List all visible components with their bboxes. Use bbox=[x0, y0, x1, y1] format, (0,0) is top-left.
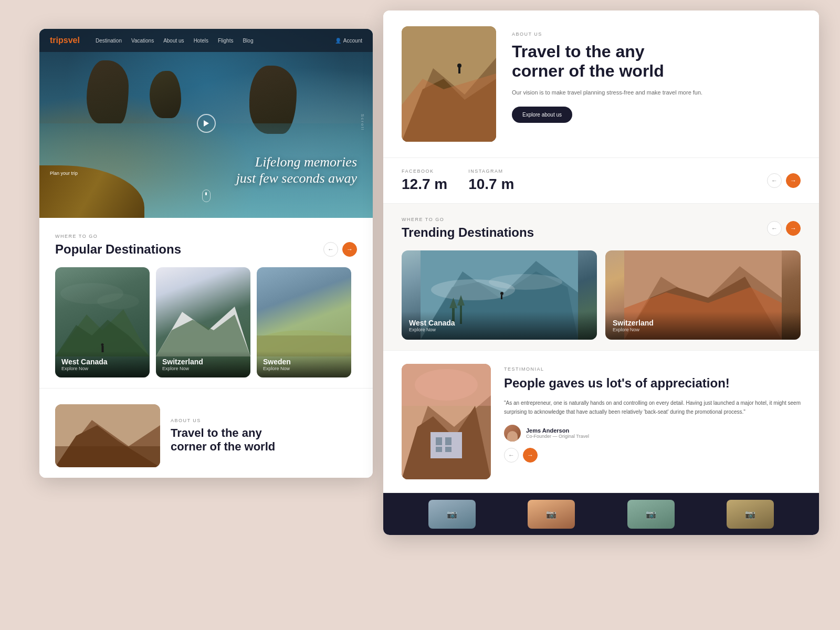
destinations-grid: West Canada Explore Now Switzerland Expl… bbox=[55, 267, 357, 377]
trending-canada-explore[interactable]: Explore Now bbox=[409, 327, 590, 332]
nav-vacations[interactable]: Vacations bbox=[131, 38, 154, 44]
popular-section-label: WHERE TO GO bbox=[55, 234, 357, 239]
testimonial-next-button[interactable]: → bbox=[523, 448, 538, 463]
switzerland-card-name: Switzerland bbox=[162, 358, 244, 366]
play-button[interactable] bbox=[197, 114, 216, 133]
account-button[interactable]: 👤 Account bbox=[335, 38, 362, 44]
nav-hotels[interactable]: Hotels bbox=[194, 38, 208, 44]
trending-switzerland-overlay: Switzerland Explore Now bbox=[605, 311, 801, 340]
testimonial-title: People gaves us lot's of appreciation! bbox=[504, 376, 801, 391]
trending-card-switzerland[interactable]: Switzerland Explore Now bbox=[605, 250, 801, 340]
trending-nav-arrows: ← → bbox=[767, 221, 801, 236]
footer-thumb-3[interactable]: 📷 bbox=[627, 500, 675, 529]
instagram-icon-4: 📷 bbox=[745, 509, 755, 519]
svg-marker-0 bbox=[204, 120, 209, 127]
about-title-r2: corner of the world bbox=[512, 61, 801, 81]
testimonial-section: TESTIMONIAL People gaves us lot's of app… bbox=[383, 351, 819, 493]
testimonial-nav: ← → bbox=[504, 448, 801, 463]
dest-card-sweden[interactable]: Sweden Explore Now bbox=[257, 267, 351, 377]
author-title: Co-Founder — Original Travel bbox=[526, 434, 589, 439]
testimonial-label: TESTIMONIAL bbox=[504, 366, 801, 372]
nav-about[interactable]: About us bbox=[163, 38, 184, 44]
facebook-label: FACEBOOK bbox=[402, 169, 447, 174]
author-info: Jems Anderson Co-Founder — Original Trav… bbox=[526, 427, 589, 439]
footer-thumb-4[interactable]: 📷 bbox=[727, 500, 774, 529]
testimonial-image bbox=[402, 364, 491, 479]
stats-next-button[interactable]: → bbox=[786, 173, 801, 188]
trending-cards: West Canada Explore Now bbox=[402, 250, 801, 340]
testimonial-svg bbox=[402, 364, 491, 479]
trending-next-button[interactable]: → bbox=[786, 221, 801, 236]
about-preview-content: ABOUT US Travel to the any corner of the… bbox=[171, 418, 357, 454]
popular-next-button[interactable]: → bbox=[342, 242, 357, 257]
trending-label: WHERE TO GO bbox=[402, 217, 534, 222]
about-title-line1: Travel to the any bbox=[171, 426, 357, 440]
hero-title: Lifelong memories just few seconds away bbox=[236, 154, 357, 186]
about-right-content: ABOUT US Travel to the any corner of the… bbox=[512, 26, 801, 142]
instagram-label: INSTAGRAM bbox=[468, 169, 514, 174]
about-preview: ABOUT US Travel to the any corner of the… bbox=[39, 388, 373, 478]
footer-thumb-2[interactable]: 📷 bbox=[528, 500, 575, 529]
popular-section: WHERE TO GO Popular Destinations ← → bbox=[39, 218, 373, 388]
play-icon bbox=[204, 120, 209, 127]
scroll-indicator bbox=[202, 190, 211, 202]
nav-flights[interactable]: Flights bbox=[218, 38, 233, 44]
nav-links: Destination Vacations About us Hotels Fl… bbox=[96, 38, 335, 44]
svg-point-15 bbox=[457, 64, 461, 68]
logo[interactable]: tripsvel bbox=[50, 36, 80, 45]
svg-rect-16 bbox=[458, 67, 460, 74]
stat-instagram: INSTAGRAM 10.7 m bbox=[468, 169, 514, 193]
about-title-r1: Travel to the any bbox=[512, 42, 801, 61]
svg-rect-10 bbox=[55, 446, 160, 467]
stats-nav: ← → bbox=[767, 173, 801, 188]
left-panel: tripsvel Destination Vacations About us … bbox=[39, 29, 373, 478]
about-section-desc: Our vision is to make travel planning st… bbox=[512, 88, 801, 98]
about-section-title: Travel to the any corner of the world bbox=[512, 42, 801, 81]
trending-canada-overlay: West Canada Explore Now bbox=[402, 311, 597, 340]
svg-rect-38 bbox=[436, 447, 442, 452]
about-landscape-svg bbox=[55, 404, 160, 467]
stats-prev-button[interactable]: ← bbox=[767, 173, 782, 188]
nav-blog[interactable]: Blog bbox=[243, 38, 253, 44]
instagram-icon-3: 📷 bbox=[646, 509, 656, 519]
plan-trip-button[interactable]: Plan your trip bbox=[50, 171, 78, 176]
about-right-image bbox=[402, 26, 496, 142]
trending-header-left: WHERE TO GO Trending Destinations bbox=[402, 217, 534, 240]
explore-about-button[interactable]: Explore about us bbox=[512, 107, 572, 123]
sweden-card-overlay: Sweden Explore Now bbox=[257, 351, 351, 377]
rock-formation-1 bbox=[87, 60, 129, 123]
footer-thumb-1[interactable]: 📷 bbox=[428, 500, 476, 529]
switzerland-card-explore[interactable]: Explore Now bbox=[162, 366, 244, 371]
canada-card-name: West Canada bbox=[61, 358, 143, 366]
switzerland-mountain-svg bbox=[156, 304, 250, 356]
trending-switzerland-explore[interactable]: Explore Now bbox=[613, 327, 793, 332]
instagram-icon-1: 📷 bbox=[447, 509, 457, 519]
svg-point-41 bbox=[415, 369, 478, 401]
sweden-landscape-svg bbox=[257, 304, 351, 356]
svg-rect-37 bbox=[445, 437, 452, 445]
testimonial-author: Jems Anderson Co-Founder — Original Trav… bbox=[504, 425, 801, 442]
about-title-line2: corner of the world bbox=[171, 440, 357, 454]
trending-title: Trending Destinations bbox=[402, 225, 534, 240]
nav-destination[interactable]: Destination bbox=[96, 38, 122, 44]
sweden-card-explore[interactable]: Explore Now bbox=[263, 366, 345, 371]
instagram-icon-2: 📷 bbox=[546, 509, 556, 519]
sweden-card-name: Sweden bbox=[263, 358, 345, 366]
popular-prev-button[interactable]: ← bbox=[323, 242, 338, 257]
popular-section-header: Popular Destinations ← → bbox=[55, 242, 357, 257]
dest-card-west-canada[interactable]: West Canada Explore Now bbox=[55, 267, 150, 377]
trending-switzerland-name: Switzerland bbox=[613, 319, 793, 327]
about-section: ABOUT US Travel to the any corner of the… bbox=[383, 10, 819, 158]
trending-card-canada[interactable]: West Canada Explore Now bbox=[402, 250, 597, 340]
canada-card-explore[interactable]: Explore Now bbox=[61, 366, 143, 371]
about-right-svg bbox=[402, 26, 496, 142]
instagram-value: 10.7 m bbox=[468, 176, 514, 193]
testimonial-prev-button[interactable]: ← bbox=[504, 448, 519, 463]
svg-rect-36 bbox=[436, 437, 442, 445]
hero-section: tripsvel Destination Vacations About us … bbox=[39, 29, 373, 218]
stats-section: FACEBOOK 12.7 m INSTAGRAM 10.7 m ← → bbox=[383, 158, 819, 204]
trending-prev-button[interactable]: ← bbox=[767, 221, 782, 236]
right-panel: ABOUT US Travel to the any corner of the… bbox=[383, 10, 819, 535]
dest-card-switzerland[interactable]: Switzerland Explore Now bbox=[156, 267, 250, 377]
trending-top: WHERE TO GO Trending Destinations ← → bbox=[402, 217, 801, 240]
